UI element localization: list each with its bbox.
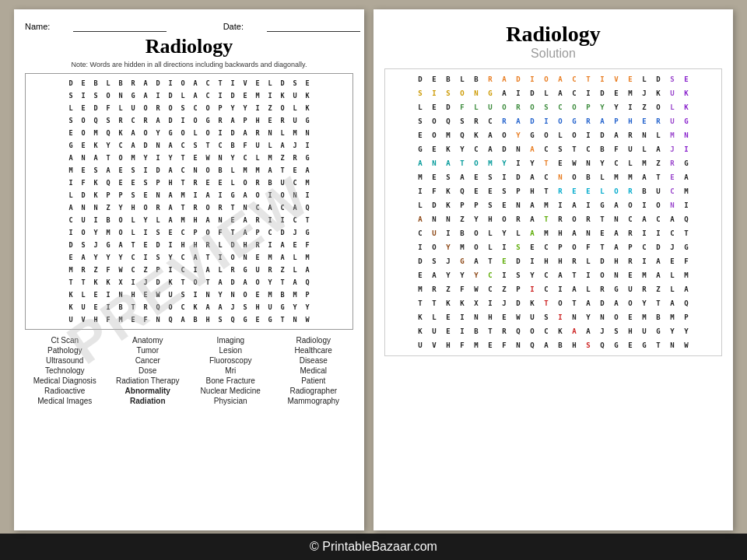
- grid-cell: L: [276, 127, 289, 139]
- grid-cell: F: [102, 264, 114, 276]
- grid-cell: G: [276, 301, 289, 313]
- date-field: [267, 22, 360, 32]
- grid-cell: O: [276, 189, 289, 201]
- grid-cell: L: [251, 152, 264, 164]
- solution-cell: O: [623, 198, 637, 212]
- solution-cell: E: [427, 72, 441, 86]
- grid-cell: M: [65, 264, 77, 276]
- grid-cell: A: [276, 139, 289, 152]
- word-item: Bone Fracture: [191, 376, 271, 385]
- solution-cell: B: [469, 72, 483, 86]
- grid-cell: I: [214, 127, 226, 139]
- grid-cell: Z: [276, 152, 289, 164]
- grid-cell: D: [226, 276, 239, 289]
- solution-row: KLEINHEWUSINYNOEMBMP: [388, 310, 718, 324]
- solution-cell: F: [581, 240, 595, 254]
- grid-cell: R: [114, 114, 127, 127]
- solution-cell: I: [679, 198, 693, 212]
- grid-cell: E: [139, 289, 152, 301]
- grid-cell: E: [251, 77, 264, 89]
- grid-cell: H: [127, 201, 139, 214]
- solution-cell: Y: [609, 100, 623, 114]
- solution-cell: D: [511, 170, 525, 184]
- grid-cell: U: [251, 139, 264, 152]
- solution-cell: A: [469, 254, 483, 268]
- solution-cell: Y: [455, 142, 469, 156]
- grid-row: LDKPPSENAMIAIGAOIONI: [29, 189, 349, 201]
- grid-cell: T: [177, 201, 189, 214]
- grid-cell: J: [226, 301, 239, 313]
- solution-cell: P: [581, 100, 595, 114]
- solution-cell: E: [609, 86, 623, 100]
- grid-cell: S: [289, 77, 301, 89]
- grid-cell: K: [65, 301, 77, 313]
- grid-cell: D: [77, 189, 89, 201]
- grid-cell: O: [202, 102, 214, 114]
- grid-cell: L: [102, 77, 114, 89]
- grid-cell: P: [152, 264, 164, 276]
- solution-cell: Y: [511, 128, 525, 142]
- grid-cell: I: [139, 164, 152, 177]
- grid-cell: A: [239, 226, 251, 239]
- grid-cell: N: [114, 289, 127, 301]
- solution-cell: N: [469, 86, 483, 100]
- grid-cell: A: [177, 313, 189, 326]
- solution-cell: C: [483, 282, 497, 296]
- grid-cell: N: [89, 201, 102, 214]
- solution-cell: C: [581, 142, 595, 156]
- solution-cell: O: [609, 184, 623, 198]
- grid-cell: N: [152, 139, 164, 152]
- grid-cell: M: [264, 152, 276, 164]
- grid-cell: L: [214, 239, 226, 251]
- grid-cell: O: [177, 127, 189, 139]
- grid-cell: A: [102, 164, 114, 177]
- grid-cell: G: [102, 239, 114, 251]
- solution-cell: N: [595, 310, 609, 324]
- solution-cell: T: [539, 184, 553, 198]
- solution-cell: L: [581, 282, 595, 296]
- solution-cell: Y: [455, 268, 469, 282]
- grid-cell: O: [177, 77, 189, 89]
- grid-cell: E: [202, 177, 214, 189]
- grid-cell: H: [127, 289, 139, 301]
- grid-cell: Y: [114, 251, 127, 264]
- solution-cell: K: [455, 296, 469, 310]
- grid-cell: O: [202, 127, 214, 139]
- grid-cell: R: [251, 127, 264, 139]
- grid-cell: D: [152, 276, 164, 289]
- grid-cell: R: [276, 114, 289, 127]
- word-item: Ct Scan: [25, 336, 105, 345]
- grid-cell: L: [65, 102, 77, 114]
- grid-cell: L: [77, 289, 89, 301]
- grid-cell: J: [289, 226, 301, 239]
- solution-cell: T: [581, 72, 595, 86]
- grid-cell: U: [289, 89, 301, 102]
- grid-cell: R: [152, 102, 164, 114]
- grid-cell: N: [289, 313, 301, 326]
- grid-cell: P: [102, 189, 114, 201]
- solution-cell: R: [595, 282, 609, 296]
- solution-row: EOMQKAOYGOLOIDARNLMN: [388, 128, 718, 142]
- solution-cell: M: [623, 86, 637, 100]
- grid-cell: K: [89, 276, 102, 289]
- solution-cell: N: [553, 170, 567, 184]
- solution-cell: C: [483, 268, 497, 282]
- solution-cell: G: [679, 240, 693, 254]
- solution-row: GEKYCADNACSTCBFULAJI: [388, 142, 718, 156]
- solution-cell: I: [637, 254, 651, 268]
- grid-cell: E: [139, 189, 152, 201]
- solution-cell: N: [427, 212, 441, 226]
- grid-cell: M: [114, 313, 127, 326]
- grid-cell: O: [114, 214, 127, 226]
- grid-cell: A: [65, 201, 77, 214]
- grid-row: IOYMOLISECPOFTAPCDJG: [29, 226, 349, 239]
- solution-cell: I: [497, 170, 511, 184]
- solution-row: SOQSRCRADIOGRAPHERUG: [388, 114, 718, 128]
- grid-cell: E: [189, 152, 202, 164]
- grid-cell: K: [301, 102, 314, 114]
- grid-cell: F: [77, 177, 89, 189]
- solution-cell: F: [679, 254, 693, 268]
- word-item: Ultrasound: [25, 356, 105, 365]
- solution-cell: P: [511, 282, 525, 296]
- footer-text: © PrintableBazaar.com: [310, 540, 437, 553]
